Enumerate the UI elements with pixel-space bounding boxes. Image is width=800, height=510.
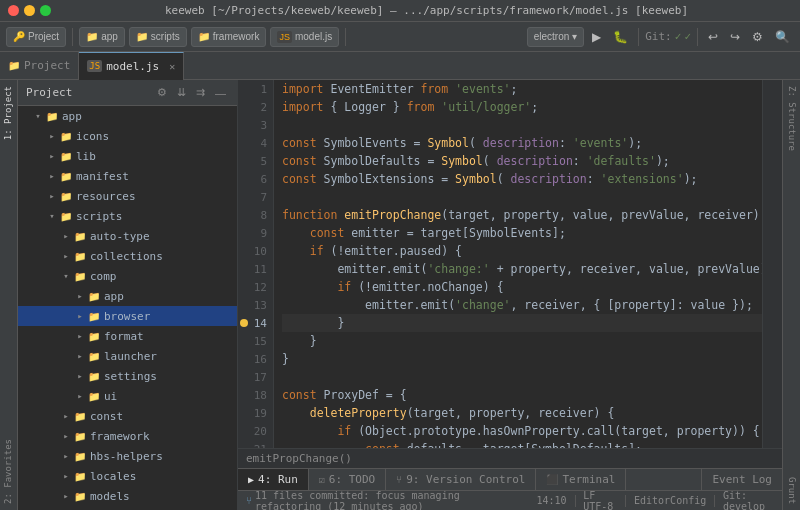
code-line-12: if (!emitter.noChange) {: [282, 278, 762, 296]
settings-button[interactable]: ⚙: [748, 28, 767, 46]
tree-item-auto-type[interactable]: ▸ 📁 auto-type: [18, 226, 237, 246]
js-file-icon: JS: [87, 60, 102, 72]
terminal-tab[interactable]: ⬛ Terminal: [536, 469, 626, 491]
expand-arrow-icon: ▸: [46, 191, 58, 201]
tree-item-lib[interactable]: ▸ 📁 lib: [18, 146, 237, 166]
framework-nav[interactable]: 📁 framework: [191, 27, 267, 47]
code-line-14: }: [282, 314, 762, 332]
event-log-tab[interactable]: Event Log: [701, 469, 782, 491]
expand-arrow-icon: ▸: [46, 151, 58, 161]
code-line-1: import EventEmitter from 'events';: [282, 80, 762, 98]
tree-item-comp-settings[interactable]: ▸ 📁 settings: [18, 366, 237, 386]
main-area: 1: Project 2: Favorites Project ⚙ ⇊ ⇉ — …: [0, 80, 800, 510]
vcs-tab-icon: ⑂: [396, 474, 402, 485]
line-5: 5: [238, 152, 273, 170]
code-line-16: }: [282, 350, 762, 368]
run-tab-label: 4: Run: [258, 473, 298, 486]
tree-item-comp-launcher[interactable]: ▸ 📁 launcher: [18, 346, 237, 366]
tree-item-locales[interactable]: ▸ 📁 locales: [18, 466, 237, 486]
tree-item-comp-browser[interactable]: ▸ 📁 browser: [18, 306, 237, 326]
grunt-panel-tab[interactable]: Grunt: [783, 471, 800, 510]
search-button[interactable]: 🔍: [771, 28, 794, 46]
maximize-button[interactable]: [40, 5, 51, 16]
folder-icon: 📁: [88, 311, 100, 322]
editorconfig-status: EditorConfig: [634, 495, 706, 506]
terminal-tab-label: Terminal: [562, 473, 615, 486]
expand-arrow-icon: ▸: [46, 171, 58, 181]
tree-item-comp-format[interactable]: ▸ 📁 format: [18, 326, 237, 346]
tree-expand-button[interactable]: ⇉: [193, 85, 208, 100]
breadcrumb-bar: 📁 Project JS model.js ✕: [0, 52, 800, 80]
breadcrumb-item-project[interactable]: 📁 Project: [0, 52, 79, 80]
tree-item-framework[interactable]: ▸ 📁 framework: [18, 426, 237, 446]
folder-icon: 📁: [74, 271, 86, 282]
todo-tab-icon: ☑: [319, 474, 325, 485]
keeweb-menu[interactable]: 🔑 Project: [6, 27, 66, 47]
tree-item-manifest[interactable]: ▸ 📁 manifest: [18, 166, 237, 186]
project-panel-tab[interactable]: 1: Project: [0, 80, 17, 146]
todo-tab[interactable]: ☑ 6: TODO: [309, 469, 386, 491]
tree-item-icons[interactable]: ▸ 📁 icons: [18, 126, 237, 146]
vcs-tab-label: 9: Version Control: [406, 473, 525, 486]
editor-content[interactable]: 1 2 3 4 5 6 7 8 9 10 11 12 13 14 15 16 1…: [238, 80, 782, 448]
electron-selector[interactable]: electron ▾: [527, 27, 585, 47]
editor: 1 2 3 4 5 6 7 8 9 10 11 12 13 14 15 16 1…: [238, 80, 782, 510]
toolbar-separator: [638, 28, 639, 46]
file-nav[interactable]: JS model.js: [270, 27, 339, 47]
tree-item-collections[interactable]: ▸ 📁 collections: [18, 246, 237, 266]
code-line-3: [282, 116, 762, 134]
folder-icon: 📁: [74, 451, 86, 462]
tree-item-models[interactable]: ▸ 📁 models: [18, 486, 237, 506]
expand-arrow-icon: ▸: [60, 231, 72, 241]
close-tab-icon[interactable]: ✕: [169, 61, 175, 72]
breadcrumb-item-model-js[interactable]: JS model.js ✕: [79, 52, 184, 80]
tree-item-comp-ui[interactable]: ▸ 📁 ui: [18, 386, 237, 406]
folder-icon: 📁: [46, 111, 58, 122]
line-15: 15: [238, 332, 273, 350]
minimize-button[interactable]: [24, 5, 35, 16]
line-2: 2: [238, 98, 273, 116]
code-line-6: const SymbolExtensions = Symbol( descrip…: [282, 170, 762, 188]
expand-arrow-icon: ▸: [60, 471, 72, 481]
favorites-panel-tab[interactable]: 2: Favorites: [0, 433, 17, 510]
code-line-4: const SymbolEvents = Symbol( description…: [282, 134, 762, 152]
back-button[interactable]: ↩: [704, 28, 722, 46]
tree-item-hbs-helpers[interactable]: ▸ 📁 hbs-helpers: [18, 446, 237, 466]
folder-icon: 📁: [60, 191, 72, 202]
minimap[interactable]: [762, 80, 782, 448]
tree-item-comp-app[interactable]: ▸ 📁 app: [18, 286, 237, 306]
scripts-nav[interactable]: 📁 scripts: [129, 27, 187, 47]
tree-close-button[interactable]: —: [212, 85, 229, 100]
tree-item-plugins[interactable]: ▸ 📁 plugins: [18, 506, 237, 510]
forward-button[interactable]: ↪: [726, 28, 744, 46]
folder-icon: 📁: [88, 351, 100, 362]
expand-arrow-icon: ▾: [46, 211, 58, 221]
run-button[interactable]: ▶: [588, 28, 605, 46]
tree-item-scripts[interactable]: ▾ 📁 scripts: [18, 206, 237, 226]
structure-panel-tab[interactable]: Z: Structure: [783, 80, 800, 157]
tree-collapse-all-button[interactable]: ⇊: [174, 85, 189, 100]
debug-button[interactable]: 🐛: [609, 28, 632, 46]
app-nav[interactable]: 📁 app: [79, 27, 125, 47]
close-button[interactable]: [8, 5, 19, 16]
tree-item-comp[interactable]: ▾ 📁 comp: [18, 266, 237, 286]
folder-icon: 📁: [60, 151, 72, 162]
side-panel-labels: 1: Project 2: Favorites: [0, 80, 18, 510]
function-hint-text: emitPropChange(): [246, 452, 352, 465]
tree-item-const[interactable]: ▸ 📁 const: [18, 406, 237, 426]
js-file-icon: JS: [277, 31, 292, 43]
vcs-tab[interactable]: ⑂ 9: Version Control: [386, 469, 536, 491]
tree-item-resources[interactable]: ▸ 📁 resources: [18, 186, 237, 206]
expand-arrow-icon: ▸: [74, 371, 86, 381]
tree-settings-button[interactable]: ⚙: [154, 85, 170, 100]
event-log-tab-label: Event Log: [712, 473, 772, 486]
line-16: 16: [238, 350, 273, 368]
run-tab[interactable]: ▶ 4: Run: [238, 469, 309, 491]
code-line-20: if (Object.prototype.hasOwnProperty.call…: [282, 422, 762, 440]
line-7: 7: [238, 188, 273, 206]
tree-item-app[interactable]: ▾ 📁 app: [18, 106, 237, 126]
code-area[interactable]: import EventEmitter from 'events'; impor…: [274, 80, 762, 448]
line-3: 3: [238, 116, 273, 134]
code-line-9: const emitter = target[SymbolEvents];: [282, 224, 762, 242]
folder-icon: 📁: [74, 491, 86, 502]
